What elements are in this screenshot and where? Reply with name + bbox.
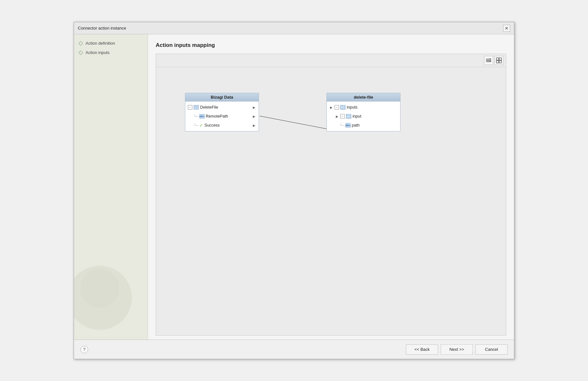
right-label-path: path [352, 123, 360, 128]
svg-line-12 [260, 116, 326, 129]
title-bar: Connector action instance ✕ [74, 22, 514, 34]
dialog-body: Action definition Action inputs Action i… [74, 34, 514, 340]
right-port-success: ▶ [252, 123, 256, 127]
left-port-input: ▶ [335, 114, 339, 118]
diamond-icon [78, 41, 83, 45]
cancel-button[interactable]: Cancel [475, 344, 508, 355]
dialog-title: Connector action instance [78, 26, 126, 31]
main-content: Action inputs mapping [148, 34, 514, 340]
back-button[interactable]: << Back [406, 344, 438, 355]
right-node-body: ▶ − inputs ▶ [327, 102, 400, 131]
abc-icon-path: abc [345, 123, 351, 128]
footer-buttons: << Back Next >> Cancel [406, 344, 508, 355]
left-label-success: Success [205, 123, 220, 128]
right-port-deletefile: ▶ [252, 105, 256, 109]
check-icon: ✓ [199, 123, 203, 128]
folder-icon-input [346, 114, 351, 119]
sidebar-label-action-inputs: Action inputs [86, 50, 109, 55]
help-button[interactable]: ? [80, 346, 88, 353]
sidebar-item-action-inputs[interactable]: Action inputs [79, 50, 142, 55]
left-row-deletefile: − DeleteFile ▶ [185, 103, 259, 112]
footer: ? << Back Next >> Cancel [74, 340, 514, 359]
mapping-area: Bizagi Data − [156, 54, 506, 336]
svg-rect-8 [499, 61, 501, 63]
right-node-header: delete-file [327, 93, 400, 102]
table-icon [194, 105, 199, 110]
sidebar-label-action-definition: Action definition [86, 41, 115, 46]
svg-rect-1 [486, 60, 491, 61]
right-row-path: └─ abc path [327, 121, 400, 130]
right-row-inputs: ▶ − inputs [327, 103, 400, 112]
right-row-input: ▶ − input [327, 112, 400, 121]
left-row-remotepath: └─ abc RemotePath ▶ [185, 112, 259, 121]
right-node: delete-file ▶ − [326, 93, 400, 131]
next-button[interactable]: Next >> [441, 344, 473, 355]
left-node-header: Bizagi Data [185, 93, 259, 102]
page-title: Action inputs mapping [156, 42, 506, 49]
left-node-body: − DeleteFile ▶ [185, 102, 259, 131]
folder-icon-inputs [340, 105, 345, 110]
left-label-remotepath: RemotePath [206, 114, 228, 119]
right-label-input: input [353, 114, 361, 119]
sidebar-decoration-2 [80, 269, 119, 307]
abc-icon: abc [199, 114, 205, 119]
dotted-prefix-2: └─ [194, 123, 199, 127]
right-port-remotepath: ▶ [252, 114, 256, 118]
dotted-prefix-path: └─ [340, 123, 345, 127]
expand-icon-inputs: − [335, 105, 339, 110]
close-button[interactable]: ✕ [503, 25, 510, 32]
layout-button[interactable] [484, 56, 493, 65]
expand-icon-input: − [340, 114, 345, 119]
view-button[interactable] [494, 56, 503, 65]
right-label-inputs: inputs [347, 105, 357, 110]
diamond-icon-2 [78, 50, 83, 55]
toolbar-row [156, 54, 506, 67]
svg-rect-7 [496, 61, 499, 63]
connector-action-dialog: Connector action instance ✕ Action defin… [74, 22, 514, 359]
left-row-success: └─ ✓ Success ▶ [185, 121, 259, 130]
svg-rect-5 [496, 58, 499, 60]
left-port-inputs: ▶ [329, 105, 333, 109]
sidebar: Action definition Action inputs [74, 34, 148, 340]
svg-rect-6 [499, 58, 501, 60]
canvas[interactable]: Bizagi Data − [156, 67, 506, 335]
dotted-prefix: └─ [194, 114, 199, 118]
sidebar-item-action-definition[interactable]: Action definition [79, 41, 142, 46]
expand-icon: − [188, 105, 192, 110]
left-node: Bizagi Data − [185, 93, 259, 131]
left-label-deletefile: DeleteFile [200, 105, 218, 110]
